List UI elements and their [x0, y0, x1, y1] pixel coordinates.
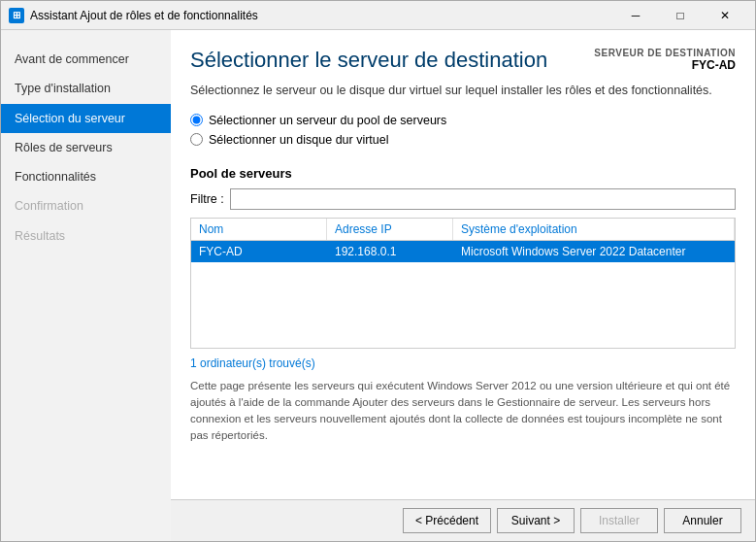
filter-label: Filtre : — [190, 192, 224, 206]
cell-nom: FYC-AD — [191, 241, 327, 262]
filter-input[interactable] — [230, 188, 736, 210]
table-header: Nom Adresse IP Système d'exploitation — [191, 219, 735, 241]
window-controls: ─ □ ✕ — [613, 1, 747, 30]
next-button[interactable]: Suivant > — [497, 508, 575, 533]
cancel-button[interactable]: Annuler — [664, 508, 741, 533]
cell-ip: 192.168.0.1 — [327, 241, 453, 262]
sidebar-item-resultats: Résultats — [1, 221, 171, 251]
server-dest-value: FYC-AD — [594, 58, 736, 72]
app-icon: ⊞ — [9, 8, 24, 23]
empty-row-1 — [191, 262, 735, 284]
empty-row-3 — [191, 305, 735, 326]
page-description: Sélectionnez le serveur ou le disque dur… — [190, 83, 736, 100]
sidebar-item-roles[interactable]: Rôles de serveurs — [1, 133, 171, 162]
install-button: Installer — [580, 508, 658, 533]
empty-row-2 — [191, 284, 735, 305]
sidebar-item-selection[interactable]: Sélection du serveur — [1, 104, 171, 133]
col-header-nom[interactable]: Nom — [191, 219, 327, 240]
info-text: Cette page présente les serveurs qui exé… — [190, 378, 736, 445]
filter-row: Filtre : — [190, 188, 736, 210]
title-bar-text: Assistant Ajout de rôles et de fonctionn… — [30, 9, 613, 22]
radio-input-vhd[interactable] — [190, 133, 203, 146]
cell-sys: Microsoft Windows Server 2022 Datacenter — [453, 241, 735, 262]
server-destination-info: SERVEUR DE DESTINATION FYC-AD — [594, 48, 736, 72]
pool-section-label: Pool de serveurs — [190, 166, 736, 181]
empty-row-4 — [191, 326, 735, 348]
radio-option1[interactable]: Sélectionner un serveur du pool de serve… — [190, 114, 736, 127]
server-dest-label: SERVEUR DE DESTINATION — [594, 48, 736, 58]
table-body: FYC-AD 192.168.0.1 Microsoft Windows Ser… — [191, 241, 735, 348]
table-row[interactable]: FYC-AD 192.168.0.1 Microsoft Windows Ser… — [191, 241, 735, 262]
content-area: Avant de commencer Type d'installation S… — [1, 30, 755, 541]
prev-button[interactable]: < Précédent — [403, 508, 491, 533]
radio-input-pool[interactable] — [190, 114, 203, 126]
page-title: Sélectionner le serveur de destination — [190, 48, 547, 73]
server-table-wrapper: Nom Adresse IP Système d'exploitation FY… — [190, 218, 736, 349]
title-bar: ⊞ Assistant Ajout de rôles et de fonctio… — [1, 1, 755, 30]
sidebar-item-confirmation: Confirmation — [1, 191, 171, 220]
main-content: Sélectionnez le serveur ou le disque dur… — [171, 73, 755, 499]
sidebar: Avant de commencer Type d'installation S… — [1, 30, 171, 541]
radio-group: Sélectionner un serveur du pool de serve… — [190, 114, 736, 152]
main-window: ⊞ Assistant Ajout de rôles et de fonctio… — [0, 0, 756, 542]
page-header: Sélectionner le serveur de destination S… — [171, 30, 755, 73]
sidebar-item-fonctionnalites[interactable]: Fonctionnalités — [1, 162, 171, 191]
maximize-button[interactable]: □ — [658, 1, 703, 30]
radio-option2[interactable]: Sélectionner un disque dur virtuel — [190, 133, 736, 147]
footer-bar: < Précédent Suivant > Installer Annuler — [171, 499, 755, 541]
sidebar-item-avant[interactable]: Avant de commencer — [1, 45, 171, 74]
close-button[interactable]: ✕ — [703, 1, 747, 30]
col-header-sys[interactable]: Système d'exploitation — [453, 219, 735, 240]
minimize-button[interactable]: ─ — [613, 1, 658, 30]
main-panel: Sélectionner le serveur de destination S… — [171, 30, 755, 541]
sidebar-item-type[interactable]: Type d'installation — [1, 74, 171, 103]
found-count: 1 ordinateur(s) trouvé(s) — [190, 356, 736, 370]
col-header-ip[interactable]: Adresse IP — [327, 219, 453, 240]
